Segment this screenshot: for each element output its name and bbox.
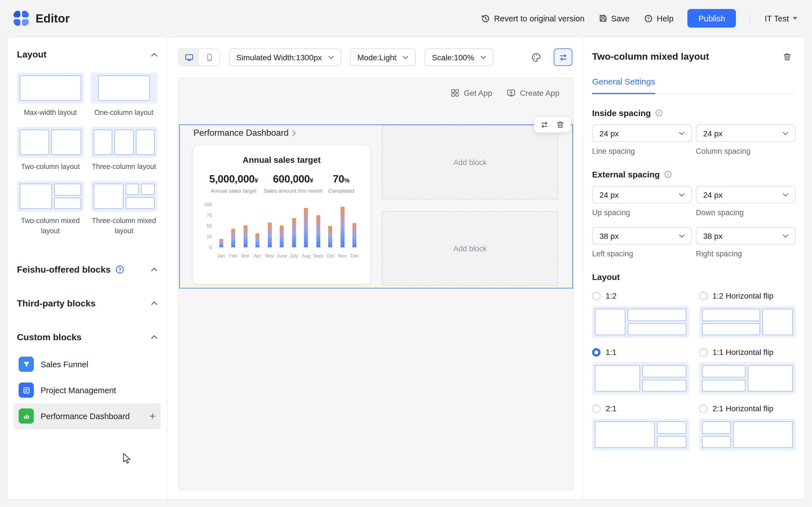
radio-icon[interactable] bbox=[699, 348, 707, 356]
design-canvas[interactable]: Get App Create App bbox=[178, 78, 573, 490]
radio-icon[interactable] bbox=[699, 404, 707, 413]
chevron-down-icon bbox=[783, 234, 788, 237]
radio-icon[interactable] bbox=[592, 291, 601, 300]
chart-bars bbox=[216, 202, 360, 248]
preview-1-2-flip[interactable] bbox=[699, 306, 796, 338]
add-block-plus-icon[interactable]: + bbox=[149, 411, 156, 421]
layout-section-title: Layout bbox=[17, 50, 47, 60]
layout-option-three-column-mixed[interactable]: Three-column mixed layout bbox=[91, 181, 157, 245]
theme-button[interactable] bbox=[527, 48, 545, 66]
layout-option-one-column[interactable]: One-column layout bbox=[91, 73, 157, 127]
mobile-view-button[interactable] bbox=[199, 49, 219, 65]
preview-1-1[interactable] bbox=[592, 362, 689, 394]
up-spacing-select[interactable]: 24 px bbox=[592, 186, 692, 203]
bar bbox=[316, 215, 320, 247]
ratio-option-1-2-flip[interactable]: 1:2 Horizontal flip bbox=[699, 291, 796, 300]
preview-2-1[interactable] bbox=[592, 418, 689, 451]
tab-general-settings[interactable]: General Settings bbox=[592, 76, 655, 94]
create-app-button[interactable]: Create App bbox=[506, 89, 559, 98]
chart-y-axis: 1007550250 bbox=[201, 202, 216, 250]
ratio-option-1-2[interactable]: 1:2 bbox=[592, 291, 689, 300]
down-spacing-select[interactable]: 24 px bbox=[696, 186, 796, 203]
topbar: Editor Revert to original version Save bbox=[0, 0, 812, 37]
svg-text:?: ? bbox=[118, 267, 121, 273]
mode-select[interactable]: Mode:Light bbox=[350, 48, 416, 66]
ratio-option-1-1[interactable]: 1:1 bbox=[592, 348, 689, 356]
bar bbox=[292, 218, 296, 247]
scale-select[interactable]: Scale:100% bbox=[424, 48, 493, 66]
preview-1-1-flip[interactable] bbox=[699, 362, 796, 394]
custom-block-performance-dashboard[interactable]: Performance Dashboard + bbox=[13, 403, 161, 429]
swap-columns-icon[interactable] bbox=[540, 121, 549, 129]
inspector-header: Two-column mixed layout bbox=[592, 48, 796, 65]
chevron-up-icon bbox=[151, 301, 157, 305]
publish-button[interactable]: Publish bbox=[688, 9, 736, 27]
desktop-view-button[interactable] bbox=[179, 49, 199, 65]
help-button[interactable]: ? Help bbox=[644, 14, 673, 23]
radio-icon[interactable] bbox=[592, 348, 601, 356]
arrange-columns-button[interactable] bbox=[554, 48, 572, 66]
preview-2-1-flip[interactable] bbox=[699, 418, 796, 451]
delete-block-icon[interactable] bbox=[556, 121, 564, 129]
checklist-icon bbox=[18, 383, 34, 398]
info-icon[interactable]: i bbox=[664, 170, 672, 179]
smartphone-icon bbox=[205, 53, 213, 62]
bar bbox=[255, 233, 259, 247]
layout-option-two-column[interactable]: Two-column layout bbox=[17, 127, 84, 181]
ratio-option-1-1-flip[interactable]: 1:1 Horizontal flip bbox=[699, 348, 796, 356]
feishu-blocks-section-header[interactable]: Feishu-offered blocks ? bbox=[17, 260, 157, 279]
help-label: Help bbox=[657, 14, 673, 23]
bar-slot bbox=[325, 226, 336, 247]
info-icon[interactable]: i bbox=[655, 109, 663, 117]
preview-1-2[interactable] bbox=[592, 306, 689, 338]
canvas-panel: Simulated Width:1300px Mode:Light Scale:… bbox=[167, 37, 582, 499]
radio-icon[interactable] bbox=[592, 404, 601, 413]
layout-option-two-column-mixed[interactable]: Two-column mixed layout bbox=[17, 181, 84, 245]
add-block-placeholder[interactable]: Add block bbox=[382, 125, 558, 200]
line-spacing-select[interactable]: 24 px bbox=[592, 124, 692, 142]
revert-button[interactable]: Revert to original version bbox=[481, 14, 585, 23]
save-button[interactable]: Save bbox=[599, 14, 629, 23]
performance-dashboard-card[interactable]: Annual sales target 5,000,000¥ Annual sa… bbox=[193, 145, 370, 284]
ratio-option-2-1[interactable]: 2:1 bbox=[592, 404, 689, 413]
column-spacing-select[interactable]: 24 px bbox=[696, 124, 796, 142]
custom-blocks-section-header[interactable]: Custom blocks bbox=[17, 328, 157, 347]
bar-slot bbox=[240, 225, 250, 247]
account-label: IT Test bbox=[765, 14, 789, 23]
bar-slot bbox=[264, 223, 274, 247]
inspector-panel: Two-column mixed layout General Settings… bbox=[582, 37, 805, 499]
custom-block-sales-funnel[interactable]: Sales Funnel bbox=[13, 351, 161, 377]
account-menu[interactable]: IT Test bbox=[765, 14, 797, 23]
delete-layout-button[interactable] bbox=[779, 48, 796, 65]
block-column-left: Performance Dashboard Annual sales targe… bbox=[193, 125, 370, 286]
left-spacing-select[interactable]: 38 px bbox=[592, 227, 692, 244]
bar-slot bbox=[301, 208, 311, 247]
add-block-placeholder[interactable]: Add block bbox=[382, 211, 558, 286]
layout-option-three-column[interactable]: Three-column layout bbox=[91, 127, 157, 181]
add-block-label: Add block bbox=[453, 158, 487, 166]
chevron-down-icon bbox=[783, 193, 788, 196]
question-circle-icon[interactable]: ? bbox=[115, 265, 125, 274]
right-spacing-select[interactable]: 38 px bbox=[696, 227, 796, 244]
x-tick-label: Aug bbox=[301, 253, 311, 259]
bar bbox=[341, 207, 345, 247]
layout-section-header[interactable]: Layout bbox=[17, 45, 157, 64]
layout-thumbnail bbox=[17, 127, 84, 158]
vertical-spacing-selects: 24 px 24 px bbox=[592, 186, 796, 203]
third-party-section-header[interactable]: Third-party blocks bbox=[17, 294, 157, 313]
layout-option-max-width[interactable]: Max-width layout bbox=[17, 73, 84, 127]
radio-icon[interactable] bbox=[699, 291, 707, 300]
bar bbox=[219, 239, 223, 247]
selected-layout-block[interactable]: Performance Dashboard Annual sales targe… bbox=[179, 124, 573, 288]
ratio-option-2-1-flip[interactable]: 2:1 Horizontal flip bbox=[699, 404, 796, 413]
left-spacing-label: Left spacing bbox=[592, 249, 692, 258]
x-tick-label: Apr bbox=[252, 253, 262, 259]
page-title: Editor bbox=[36, 11, 70, 25]
stat-completed: 70% Completed bbox=[328, 173, 354, 194]
theme-palette-icon bbox=[531, 52, 541, 62]
block-title-row[interactable]: Performance Dashboard bbox=[193, 128, 370, 138]
block-column-right: Add block Add block bbox=[382, 125, 558, 286]
custom-block-project-management[interactable]: Project Management bbox=[13, 377, 161, 403]
get-app-button[interactable]: Get App bbox=[451, 89, 492, 98]
simulated-width-select[interactable]: Simulated Width:1300px bbox=[229, 48, 341, 66]
